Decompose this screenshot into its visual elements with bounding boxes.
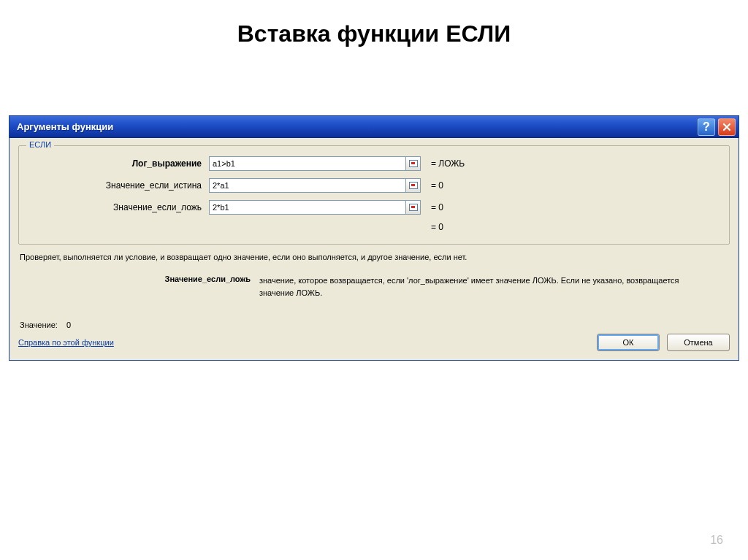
value-result: 0 — [66, 321, 71, 329]
overall-result-row: = 0 — [26, 220, 722, 234]
titlebar-text: Аргументы функции — [17, 121, 695, 132]
value-label: Значение: — [20, 321, 58, 329]
slide-title: Вставка функции ЕСЛИ — [0, 0, 748, 56]
arg-explain-text: значение, которое возвращается, если 'ло… — [259, 275, 730, 299]
collapse-dialog-icon[interactable] — [406, 200, 421, 215]
arg-result: = 0 — [421, 202, 443, 212]
arg-input-iffalse[interactable] — [209, 200, 406, 215]
arg-result: = ЛОЖЬ — [421, 158, 465, 169]
formula-result-line: Значение: 0 — [20, 321, 728, 329]
collapse-dialog-icon[interactable] — [406, 156, 421, 171]
ok-button[interactable]: ОК — [597, 334, 660, 351]
function-description: Проверяет, выполняется ли условие, и воз… — [20, 252, 728, 263]
arg-row: Лог_выражение = ЛОЖЬ — [26, 155, 722, 172]
arg-label-iffalse: Значение_если_ложь — [26, 202, 209, 212]
dialog-body: ЕСЛИ Лог_выражение = ЛОЖЬ Значение_если_… — [9, 138, 739, 360]
page-number: 16 — [710, 534, 723, 547]
arg-input-iftrue[interactable] — [209, 178, 406, 193]
argument-explanation: Значение_если_ложь значение, которое воз… — [18, 275, 730, 299]
arg-input-logical[interactable] — [209, 156, 406, 171]
help-link[interactable]: Справка по этой функции — [18, 338, 114, 347]
function-name-legend: ЕСЛИ — [26, 140, 54, 149]
arg-row: Значение_если_ложь = 0 — [26, 199, 722, 216]
arg-label-iftrue: Значение_если_истина — [26, 180, 209, 191]
arg-result: = 0 — [421, 180, 443, 191]
arguments-fieldset: ЕСЛИ Лог_выражение = ЛОЖЬ Значение_если_… — [18, 145, 730, 245]
function-arguments-dialog: Аргументы функции ? ЕСЛИ Лог_выражение =… — [9, 115, 739, 361]
collapse-dialog-icon[interactable] — [406, 178, 421, 193]
cancel-button[interactable]: Отмена — [667, 334, 730, 351]
close-icon[interactable] — [718, 118, 736, 136]
dialog-footer: Справка по этой функции ОК Отмена — [18, 334, 730, 351]
titlebar[interactable]: Аргументы функции ? — [9, 116, 739, 138]
arg-explain-label: Значение_если_ложь — [18, 275, 259, 299]
arg-label-logical: Лог_выражение — [26, 158, 209, 169]
overall-result: = 0 — [421, 222, 443, 232]
arg-row: Значение_если_истина = 0 — [26, 177, 722, 194]
help-icon[interactable]: ? — [698, 118, 715, 136]
